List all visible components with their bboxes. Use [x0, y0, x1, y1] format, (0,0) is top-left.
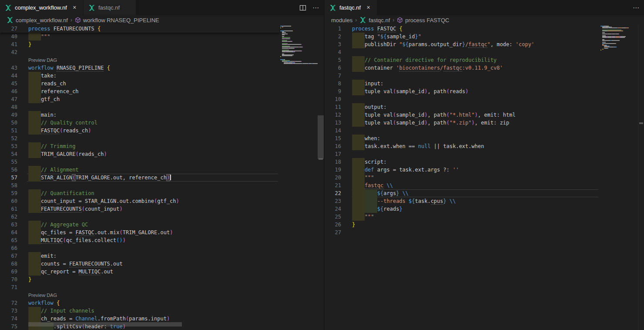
code-line[interactable]: 43workflow RNASEQ_PIPELINE { [0, 64, 279, 72]
code-line[interactable]: 41} [0, 40, 279, 48]
code-line[interactable]: 40""" [0, 33, 279, 40]
code-line[interactable]: 50// Quality control [0, 119, 279, 127]
code-line[interactable]: 64qc_files = FASTQC.out.mix(TRIM_GALORE.… [0, 229, 279, 236]
code-line[interactable]: 62 [0, 213, 279, 221]
code-line[interactable]: 16task.ext.when == null || task.ext.when [325, 142, 600, 150]
breadcrumb-item[interactable]: process FASTQC [397, 17, 449, 24]
codelens-link[interactable]: Preview DAG [28, 57, 57, 63]
code-line[interactable]: 17 [325, 150, 600, 158]
code-line[interactable]: 10 [325, 95, 600, 103]
indent-guide-block [352, 88, 365, 95]
code-line[interactable]: 22${args} \\ [325, 189, 600, 197]
codelens-row[interactable]: Preview DAG [0, 291, 279, 299]
code-line[interactable]: 70} [0, 276, 279, 283]
code-line[interactable]: 49main: [0, 111, 279, 119]
line-number: 17 [325, 150, 341, 158]
tab-fastqc-nf[interactable]: fastqc.nf× [84, 0, 136, 15]
code-line[interactable]: 18script: [325, 158, 600, 166]
code-line[interactable]: 9tuple val(sample_id), path(reads) [325, 88, 600, 95]
close-icon[interactable]: × [71, 4, 78, 11]
code-line[interactable]: 63// Aggregate QC [0, 221, 279, 229]
code-line[interactable]: 72workflow { [0, 299, 279, 307]
code-line[interactable]: 51FASTQC(reads_ch) [0, 127, 279, 135]
code-line[interactable]: 68counts = FEATURECOUNTS.out [0, 260, 279, 268]
code-line[interactable]: 56// Alignment [0, 166, 279, 174]
code-line[interactable]: 71 [0, 283, 279, 291]
code-line[interactable]: 46reference_ch [0, 88, 279, 95]
code-line[interactable]: 11output: [325, 103, 600, 111]
code-line[interactable]: 14 [325, 127, 600, 135]
code-line[interactable]: 12tuple val(sample_id), path("*.html"), … [325, 111, 600, 119]
code-rows-left: 27process FEATURECOUNTS {40"""41}42Previ… [0, 25, 279, 330]
minimap-left[interactable] [279, 26, 318, 330]
close-icon[interactable]: × [365, 4, 372, 11]
code-line[interactable]: 8input: [325, 80, 600, 88]
tab-complex_workflow-nf[interactable]: complex_workflow.nf× [0, 0, 84, 15]
code-line[interactable]: 6container 'biocontainers/fastqc:v0.11.9… [325, 64, 600, 72]
code-line[interactable]: 47gtf_ch [0, 95, 279, 103]
split-editor-icon[interactable] [299, 4, 306, 11]
code-line[interactable]: 60count_input = STAR_ALIGN.out.combine(g… [0, 197, 279, 205]
code-line[interactable]: 15when: [325, 135, 600, 142]
code-line[interactable]: 69qc_report = MULTIQC.out [0, 268, 279, 276]
code-line[interactable]: 5// Container directive for reproducibil… [325, 56, 600, 64]
code-line[interactable]: 3publishDir "${params.output_dir}/fastqc… [325, 40, 600, 48]
breadcrumb-item[interactable]: workflow RNASEQ_PIPELINE [75, 17, 159, 24]
overview-ruler-cursor-mark [319, 158, 323, 160]
code-line[interactable]: 61FEATURECOUNTS(count_input) [0, 205, 279, 213]
code-line[interactable]: 42 [0, 48, 279, 56]
code-line[interactable]: 26} [325, 221, 600, 229]
code-token: { [107, 65, 110, 71]
vertical-scrollbar-left[interactable] [318, 25, 324, 330]
code-line[interactable]: 48 [0, 103, 279, 111]
code-line[interactable]: 53// Trimming [0, 142, 279, 150]
code-line[interactable]: 55 [0, 158, 279, 166]
line-number: 18 [325, 158, 341, 166]
code-line[interactable]: 25""" [325, 213, 600, 221]
line-number: 55 [0, 158, 17, 166]
code-line[interactable]: 66 [0, 244, 279, 252]
code-line[interactable]: 19def args = task.ext.args ?: '' [325, 166, 600, 174]
breadcrumb-item[interactable]: fastqc.nf [359, 17, 390, 24]
more-actions-icon[interactable]: ⋯ [633, 4, 640, 12]
line-number: 71 [0, 283, 17, 291]
code-line[interactable]: 20""" [325, 174, 600, 182]
horizontal-scrollbar-left[interactable] [0, 322, 318, 327]
horizontal-scrollbar-thumb[interactable] [28, 322, 182, 327]
minimap-line [280, 41, 292, 42]
code-line[interactable]: 27 [325, 229, 600, 236]
breadcrumb-item[interactable]: modules [331, 17, 352, 24]
code-line[interactable]: 58 [0, 182, 279, 189]
code-line[interactable]: 65MULTIQC(qc_files.collect()) [0, 236, 279, 244]
code-line[interactable]: 74ch_reads = Channel.fromPath(params.inp… [0, 315, 279, 323]
line-number: 10 [325, 95, 341, 103]
code-line[interactable]: 24${reads} [325, 205, 600, 213]
code-line[interactable]: 1process FASTQC { [325, 25, 600, 33]
codelens-row[interactable]: Preview DAG [0, 56, 279, 64]
codelens-link[interactable]: Preview DAG [28, 293, 57, 298]
code-token: FEATURECOUNTS [69, 261, 110, 267]
code-line[interactable]: 73// Input channels [0, 307, 279, 315]
sticky-scroll-line[interactable]: 27process FEATURECOUNTS { [0, 25, 279, 33]
more-actions-icon[interactable]: ⋯ [312, 4, 319, 12]
nextflow-file-icon [88, 4, 95, 11]
code-line[interactable]: 59// Quantification [0, 189, 279, 197]
code-line[interactable]: 45reads_ch [0, 80, 279, 88]
code-line[interactable]: 54TRIM_GALORE(reads_ch) [0, 150, 279, 158]
code-line[interactable]: 67emit: [0, 252, 279, 260]
code-line[interactable]: 21fastqc \\ [325, 182, 600, 189]
vertical-scrollbar-thumb[interactable] [318, 115, 324, 159]
minimap-right[interactable] [600, 26, 638, 330]
code-line[interactable]: 13tuple val(sample_id), path("*.zip"), e… [325, 119, 600, 127]
code-line[interactable]: 44take: [0, 72, 279, 80]
code-line[interactable]: 23--threads ${task.cpus} \\ [325, 197, 600, 205]
code-line[interactable]: 57STAR_ALIGN(TRIM_GALORE.out, reference_… [0, 174, 279, 182]
code-line[interactable]: 4 [325, 48, 600, 56]
code-line[interactable]: 52 [0, 135, 279, 142]
breadcrumb-item[interactable]: complex_workflow.nf [7, 17, 68, 24]
code-line[interactable]: 7 [325, 72, 600, 80]
tab-fastqc-nf[interactable]: fastqc.nf× [325, 0, 377, 15]
vertical-scrollbar-right[interactable] [638, 25, 644, 330]
breadcrumb-label: complex_workflow.nf [16, 17, 68, 24]
code-line[interactable]: 2tag "${sample_id}" [325, 33, 600, 40]
